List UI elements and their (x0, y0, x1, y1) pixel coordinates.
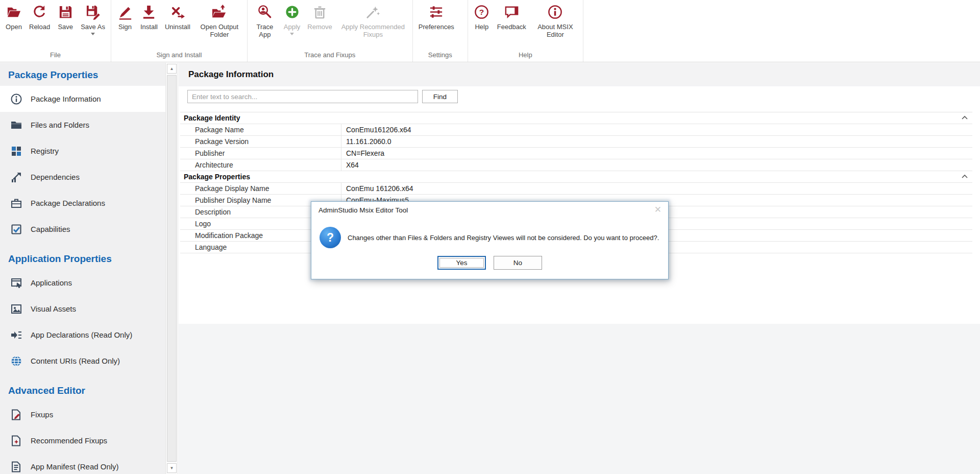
sidebar-heading-advanced-editor: Advanced Editor (0, 374, 165, 401)
table-row: Architecture X64 (180, 159, 972, 171)
preferences-button[interactable]: Preferences (415, 3, 458, 32)
recommended-fixups-icon (10, 435, 22, 447)
save-button[interactable]: Save (54, 3, 77, 32)
sidebar-item-dependencies[interactable]: Dependencies (0, 164, 165, 190)
reload-icon (32, 4, 47, 20)
find-button[interactable]: Find (422, 90, 458, 103)
scrollbar-up-arrow[interactable] (167, 64, 177, 74)
save-as-icon (85, 4, 101, 20)
scrollbar-thumb[interactable] (167, 75, 177, 462)
sliders-icon (428, 4, 444, 20)
page-title: Package Information (179, 63, 980, 86)
search-bar: Find (187, 90, 980, 103)
sidebar-item-package-declarations[interactable]: Package Declarations (0, 190, 165, 216)
open-output-folder-icon (211, 4, 227, 20)
sidebar-heading-application-properties: Application Properties (0, 242, 165, 270)
property-label: Package Name (180, 124, 341, 135)
property-value[interactable]: 11.161.2060.0 (341, 136, 972, 147)
sidebar-item-content-uris[interactable]: Content URIs (Read Only) (0, 348, 165, 374)
applications-icon (10, 277, 22, 289)
svg-text:?: ? (479, 8, 484, 16)
sign-button[interactable]: Sign (113, 3, 137, 32)
content-background (179, 324, 980, 474)
reload-button[interactable]: Reload (26, 3, 54, 32)
feedback-button[interactable]: Feedback (494, 3, 530, 32)
sidebar-item-recommended-fixups[interactable]: Recommended Fixups (0, 428, 165, 454)
uninstall-icon (169, 4, 185, 20)
property-value[interactable]: ConEmu 161206.x64 (341, 183, 972, 194)
close-icon[interactable] (654, 205, 662, 215)
ribbon-group-help: ? Help Feedback About MSIX Editor Help (468, 0, 583, 62)
sidebar-item-visual-assets[interactable]: Visual Assets (0, 296, 165, 322)
sidebar-item-applications[interactable]: Applications (0, 270, 165, 296)
sign-pencil-icon (117, 4, 133, 20)
property-label: Package Display Name (180, 183, 341, 194)
sidebar-item-app-declarations[interactable]: App Declarations (Read Only) (0, 322, 165, 348)
dropdown-chevron-icon[interactable] (290, 33, 294, 35)
apply-recommended-fixups-button[interactable]: Apply Recommended Fixups (336, 3, 410, 39)
remove-button[interactable]: Remove (304, 3, 335, 32)
trace-app-icon (257, 4, 273, 20)
ribbon-group-file: Open Reload Save Save As File (0, 0, 111, 62)
confirmation-dialog: AdminStudio Msix Editor Tool Changes oth… (311, 201, 669, 279)
apply-button[interactable]: Apply (280, 3, 304, 36)
ribbon-group-sign-and-install: Sign Install Uninstall Open Output Folde… (111, 0, 248, 62)
property-value[interactable]: X64 (341, 159, 972, 171)
globe-icon (10, 355, 22, 367)
dropdown-chevron-icon[interactable] (91, 33, 95, 35)
dialog-title: AdminStudio Msix Editor Tool (311, 202, 668, 219)
ribbon-group-label: Help (468, 50, 583, 62)
sidebar-heading-package-properties: Package Properties (0, 63, 165, 86)
property-value[interactable]: CN=Flexera (341, 148, 972, 159)
ribbon-group-settings: Preferences Settings (413, 0, 468, 62)
trace-app-button[interactable]: Trace App (250, 3, 280, 39)
help-question-icon: ? (474, 4, 489, 20)
apply-plus-icon (284, 4, 300, 20)
ribbon-toolbar: Open Reload Save Save As File Sign (0, 0, 980, 62)
sidebar-navigation: Package Properties Package Information F… (0, 63, 165, 474)
open-folder-icon (6, 4, 22, 20)
property-label: Publisher (180, 148, 341, 159)
property-label: Package Version (180, 136, 341, 147)
uninstall-button[interactable]: Uninstall (161, 3, 194, 32)
dialog-message: Changes other than Files & Folders and R… (348, 234, 659, 242)
sidebar-item-files-and-folders[interactable]: Files and Folders (0, 112, 165, 138)
property-value[interactable]: ConEmu161206.x64 (341, 124, 972, 135)
yes-button[interactable]: Yes (437, 256, 486, 270)
sidebar-item-capabilities[interactable]: Capabilities (0, 216, 165, 242)
install-button[interactable]: Install (137, 3, 161, 32)
table-section-package-properties: Package Properties (180, 171, 972, 183)
save-as-button[interactable]: Save As (77, 3, 109, 36)
sidebar-item-registry[interactable]: Registry (0, 138, 165, 164)
package-declarations-icon (10, 197, 22, 209)
table-row: Package Display Name ConEmu 161206.x64 (180, 183, 972, 195)
sidebar-item-fixups[interactable]: Fixups (0, 401, 165, 428)
trash-icon (312, 4, 328, 20)
info-circle-icon (547, 4, 563, 20)
sidebar-scrollbar[interactable] (165, 63, 178, 474)
table-section-package-identity: Package Identity (180, 112, 972, 124)
scrollbar-down-arrow[interactable] (167, 463, 177, 473)
fixups-icon (10, 409, 22, 421)
about-msix-editor-button[interactable]: About MSIX Editor (530, 3, 581, 39)
feedback-bubble-icon (504, 4, 520, 20)
chevron-up-icon[interactable] (961, 173, 969, 181)
magic-wand-icon (365, 4, 381, 20)
chevron-up-icon[interactable] (961, 114, 969, 122)
visual-assets-icon (10, 303, 22, 315)
install-arrow-icon (141, 4, 157, 20)
ribbon-group-label: Settings (413, 50, 468, 62)
sidebar-item-package-information[interactable]: Package Information (0, 86, 165, 112)
capabilities-icon (10, 223, 22, 235)
ribbon-group-label: Trace and Fixups (248, 50, 412, 62)
info-icon (10, 93, 22, 105)
folder-icon (10, 119, 22, 131)
no-button[interactable]: No (494, 256, 542, 270)
search-input[interactable] (187, 90, 418, 103)
sidebar-item-app-manifest[interactable]: App Manifest (Read Only) (0, 454, 165, 474)
table-row: Publisher CN=Flexera (180, 148, 972, 159)
section-title: Package Properties (184, 173, 250, 181)
help-button[interactable]: ? Help (470, 3, 494, 32)
open-button[interactable]: Open (2, 3, 26, 32)
open-output-folder-button[interactable]: Open Output Folder (194, 3, 245, 39)
